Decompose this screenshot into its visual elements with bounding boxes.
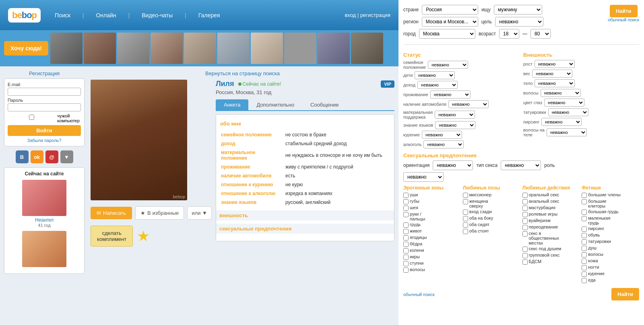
mail-icon[interactable]: @ <box>45 150 58 163</box>
check-kurenie-input[interactable] <box>582 272 587 277</box>
residence-select[interactable]: неважно <box>430 91 471 99</box>
height-select[interactable]: неважно <box>535 60 575 68</box>
forgot-link[interactable]: Забыли пароль? <box>8 138 81 143</box>
sexual-header[interactable]: сексуальные предпочтения <box>216 224 394 234</box>
check-eda-input[interactable] <box>582 278 587 283</box>
check-ushi-input[interactable] <box>403 193 409 198</box>
smoking-select[interactable]: неважно <box>422 131 462 139</box>
check-bdsm-input[interactable] <box>522 259 528 265</box>
check-guby-input[interactable] <box>403 199 409 204</box>
normal-search-link-bottom[interactable]: обычный поиск <box>403 292 435 297</box>
city-select[interactable]: Москва <box>419 29 475 39</box>
check-zhivot-input[interactable] <box>403 229 409 234</box>
nav-video[interactable]: Видео-чаты <box>140 11 175 19</box>
check-dush-input[interactable] <box>582 246 587 251</box>
piercing-select[interactable]: неважно <box>541 118 582 126</box>
check-obastoyt-input[interactable] <box>463 229 468 234</box>
eye-color-select[interactable]: неважно <box>544 99 584 107</box>
check-oral-input[interactable] <box>522 193 528 198</box>
check-ruki-input[interactable] <box>403 212 409 217</box>
check-bedra-input[interactable] <box>403 242 409 247</box>
check-small-grud-input[interactable] <box>582 216 587 221</box>
check-koleni-input[interactable] <box>403 248 409 253</box>
check-big-members-input[interactable] <box>582 193 587 198</box>
age-to-select[interactable]: 80 <box>530 29 551 39</box>
marital-select[interactable]: неважно <box>428 61 468 69</box>
alcohol-select[interactable]: неважно <box>423 140 464 148</box>
tab-message[interactable]: Сообщение <box>302 99 347 110</box>
check-public-input[interactable] <box>522 231 528 237</box>
normal-search-link-top[interactable]: обычный поиск <box>608 17 639 22</box>
remember-checkbox[interactable] <box>8 115 56 120</box>
fav-button[interactable]: ★ В избранные <box>135 206 184 220</box>
check-big-klitory-input[interactable] <box>582 199 587 204</box>
check-pereod-input[interactable] <box>522 225 528 230</box>
register-link[interactable]: регистрация <box>360 12 390 18</box>
check-obasidyat-input[interactable] <box>463 222 468 228</box>
body-select[interactable]: неважно <box>535 79 575 87</box>
car-select[interactable]: неважно <box>448 100 489 108</box>
role-select[interactable]: неважно <box>403 172 444 182</box>
sex-type-select[interactable]: неважно <box>501 160 541 170</box>
check-big-grud-input[interactable] <box>582 210 587 215</box>
sidebar-reg-link[interactable]: Регистрация <box>4 70 85 76</box>
back-link[interactable]: Вернуться на страницу поиска <box>91 70 394 76</box>
nav-online[interactable]: Онлайн <box>94 11 118 19</box>
check-tatuirovki-input[interactable] <box>582 239 587 245</box>
country-select[interactable]: Россия <box>422 5 478 14</box>
cta-button[interactable]: Хочу сюда! <box>4 41 48 56</box>
check-zhenshina-input[interactable] <box>463 199 468 204</box>
more-button[interactable]: или ▼ <box>187 206 212 220</box>
nav-gallery[interactable]: Галерея <box>196 11 222 19</box>
check-rolevye-input[interactable] <box>522 212 528 217</box>
user-name-1[interactable]: Неангел <box>35 217 54 223</box>
weight-select[interactable]: неважно <box>532 70 572 78</box>
check-group-input[interactable] <box>522 253 528 258</box>
compliment-button[interactable]: сделатькомплимент <box>91 226 133 247</box>
email-input[interactable] <box>8 88 81 96</box>
check-missioner-input[interactable] <box>463 193 468 198</box>
body-hair-select[interactable]: неважно <box>547 128 587 136</box>
check-volosy-input[interactable] <box>403 267 409 273</box>
languages-select[interactable]: неважно <box>435 121 475 129</box>
check-volosy2-input[interactable] <box>582 252 587 257</box>
appearance-header[interactable]: внешность <box>216 210 394 220</box>
check-obaboku-input[interactable] <box>463 216 468 221</box>
check-vhod-input[interactable] <box>463 210 468 215</box>
tab-anketa[interactable]: Анкета <box>216 99 249 110</box>
check-anal-input[interactable] <box>522 199 528 204</box>
check-kozha-input[interactable] <box>582 259 587 264</box>
find-button-bottom[interactable]: Найти <box>611 288 639 300</box>
nav-search[interactable]: Поиск <box>53 11 72 19</box>
logo[interactable]: bebop <box>8 8 41 23</box>
write-button[interactable]: ✉ Написать <box>91 207 132 219</box>
check-grud-input[interactable] <box>403 222 409 228</box>
orientation-select[interactable]: неважно <box>433 160 473 170</box>
check-yagodicy-input[interactable] <box>403 235 409 241</box>
goal-select[interactable]: неважно <box>495 17 543 27</box>
financial-select[interactable]: неважно <box>435 111 475 119</box>
check-stupni-input[interactable] <box>403 261 409 266</box>
age-from-select[interactable]: 18 <box>499 29 519 39</box>
login-link[interactable]: вход <box>345 12 356 18</box>
seek-select[interactable]: мужчину <box>494 5 542 14</box>
vk-icon[interactable]: В <box>16 150 29 163</box>
check-ikry-input[interactable] <box>403 255 409 260</box>
check-pirsing-input[interactable] <box>582 226 587 232</box>
ok-icon[interactable]: ok <box>31 150 43 163</box>
check-nogti-input[interactable] <box>582 265 587 270</box>
tab-additional[interactable]: Дополнительно <box>248 99 302 110</box>
region-select[interactable]: Москва и Москов... <box>422 17 478 27</box>
check-shower-input[interactable] <box>522 247 528 252</box>
check-obuv-input[interactable] <box>582 233 587 238</box>
income-select[interactable]: неважно <box>417 81 458 89</box>
tattoos-select[interactable]: неважно <box>548 108 588 116</box>
password-input[interactable] <box>8 103 81 111</box>
children-select[interactable]: неважно <box>415 71 455 79</box>
check-sheya-input[interactable] <box>403 206 409 211</box>
login-button[interactable]: Войти <box>8 125 81 136</box>
check-vuayerizm-input[interactable] <box>522 218 528 224</box>
find-button-top[interactable]: Найти <box>610 5 638 17</box>
check-masturbacia-input[interactable] <box>522 206 528 211</box>
hair-select[interactable]: неважно <box>541 89 581 97</box>
